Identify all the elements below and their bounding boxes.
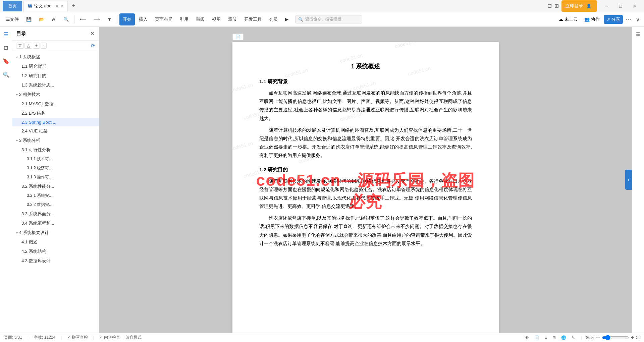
toc-item-8[interactable]: 2.4 VUE 框架 [12, 126, 99, 136]
layout-grid-icon[interactable]: ⊞ [554, 3, 559, 9]
ribbon-view[interactable]: 视图 [209, 13, 224, 25]
status-sep2: | [61, 335, 62, 340]
ribbon-chapter[interactable]: 章节 [225, 13, 240, 25]
toc-item-6[interactable]: 2.2 B/S 结构 [12, 109, 99, 118]
more-button[interactable]: ⋯ [624, 16, 633, 23]
toc-item-2[interactable]: 1.2 研究目的 [12, 71, 99, 80]
toc-item-7[interactable]: 2.3 Spring Boot ... [12, 118, 99, 126]
toc-item-0[interactable]: ▾1 系统概述 [12, 52, 99, 62]
tab-home[interactable]: 首页 [3, 1, 22, 11]
float-right-panel-button[interactable]: › [625, 170, 632, 190]
doc-area[interactable]: 📄 code51.cn code51.cn code51.cn code51.c… [99, 27, 632, 333]
toc-item-11[interactable]: 3.1.1 技术可... [12, 155, 99, 164]
toc-item-16[interactable]: 3.2.2 数据完... [12, 200, 99, 209]
toc-remove-level-button[interactable]: - [41, 43, 47, 49]
ribbon-undo[interactable]: ⟵ [76, 13, 90, 25]
sidebar-bookmark-icon[interactable]: 🔖 [1, 56, 11, 66]
sidebar-nav-icon[interactable]: ⊞ [1, 43, 11, 52]
tab-doc[interactable]: W 论文.doc ✕ ⧉ [23, 1, 68, 11]
toc-item-label-2: 1.2 研究目的 [21, 73, 46, 79]
ribbon-file[interactable]: ☰ 文件 [3, 13, 22, 25]
compat-mode[interactable]: 兼容模式 [125, 335, 142, 340]
restore-icon[interactable]: ⧉ [61, 4, 63, 8]
ribbon-review[interactable]: 审阅 [193, 13, 208, 25]
ribbon-view-label: 视图 [212, 16, 221, 22]
doc-icon-button[interactable]: 📄 [232, 34, 244, 40]
toc-item-1[interactable]: 1.1 研究背景 [12, 62, 99, 71]
toc-collapse-all-button[interactable]: ▽ [16, 43, 24, 49]
view-web-icon[interactable]: 🌐 [559, 335, 568, 341]
tab-add-button[interactable]: + [69, 1, 78, 11]
fullscreen-button[interactable]: ⛶ [636, 335, 640, 340]
ribbon-print[interactable]: 🖨 [48, 13, 59, 25]
open-icon: 📂 [39, 17, 44, 22]
cloud-button[interactable]: ☁ 未上云 [556, 15, 580, 24]
ribbon-member-more[interactable]: ▶ [282, 13, 292, 25]
ribbon-separator2 [117, 15, 117, 23]
ribbon-search-box[interactable]: 🔍 查找命令、搜索模板 [295, 15, 362, 23]
ribbon-redo[interactable]: ⟶ [90, 13, 103, 25]
toc-item-20[interactable]: 4.1 概述 [12, 237, 99, 247]
toc-item-4[interactable]: ▾2 相关技术 [12, 90, 99, 99]
toc-item-22[interactable]: 4.3 数据库设计 [12, 256, 99, 266]
word-count: 字数: 11224 [34, 335, 55, 340]
toc-item-label-8: 2.4 VUE 框架 [21, 128, 48, 134]
toc-item-12[interactable]: 3.1.2 经济可... [12, 164, 99, 173]
content-check[interactable]: ✓ 内容检查 [100, 335, 120, 340]
toc-item-13[interactable]: 3.1.3 操作可... [12, 173, 99, 182]
share-button[interactable]: ↗ 分享 [604, 15, 623, 24]
zoom-slider[interactable] [602, 335, 629, 340]
zoom-in-button[interactable]: + [631, 335, 634, 341]
ribbon-member[interactable]: 会员 [266, 13, 281, 25]
toc-item-3[interactable]: 1.3 系统设计思... [12, 80, 99, 90]
toc-add-level-button[interactable]: + [33, 43, 40, 49]
ribbon-reference[interactable]: 引用 [176, 13, 192, 25]
collab-button[interactable]: 👥 协作 [582, 15, 602, 24]
view-read-icon[interactable]: 👁 [523, 335, 531, 341]
zoom-out-button[interactable]: ─ [596, 335, 600, 341]
toc-item-15[interactable]: 3.2.1 系统安... [12, 191, 99, 200]
tab-close-icon[interactable]: ✕ [55, 4, 59, 8]
ribbon-open[interactable]: 📂 [36, 13, 48, 25]
spell-check[interactable]: ✓ 拼写查检 [67, 335, 88, 340]
ribbon-preview[interactable]: 🔍 [60, 13, 72, 25]
toc-expand-all-button[interactable]: △ [24, 43, 32, 49]
toc-item-10[interactable]: 3.1 可行性分析 [12, 145, 99, 155]
view-doc-icon[interactable]: 📄 [532, 335, 541, 341]
right-panel-filter-icon[interactable]: ☰ [634, 30, 643, 39]
add-icon: + [72, 2, 76, 9]
login-button[interactable]: 立即登录 👤 [561, 0, 597, 12]
sidebar-search-icon[interactable]: 🔍 [1, 70, 11, 79]
ribbon-developer[interactable]: 开发工具 [241, 13, 265, 25]
toc-item-5[interactable]: 2.1 MYSQL 数据... [12, 99, 99, 109]
toc-item-19[interactable]: ▾4 系统概要设计 [12, 228, 99, 237]
view-edit-icon[interactable]: ✎ [570, 335, 577, 341]
toc-item-label-11: 3.1.1 技术可... [27, 156, 52, 162]
minimize-button[interactable]: ─ [600, 1, 613, 11]
layout-split-icon[interactable]: ⊟ [547, 3, 552, 9]
doc-file-icon: 📄 [235, 35, 240, 39]
toc-item-label-10: 3.1 可行性分析 [21, 147, 51, 153]
expand-ribbon-button[interactable]: ∨ [634, 16, 641, 23]
ribbon-page-layout[interactable]: 页面布局 [152, 13, 176, 25]
view-cols-icon[interactable]: ⊞ [550, 335, 558, 341]
toc-item-21[interactable]: 4.2 系统结构 [12, 247, 99, 256]
sidebar-toc-icon[interactable]: ☰ [1, 30, 11, 39]
ribbon-more-hist[interactable]: ▼ [104, 13, 115, 25]
toc-close-button[interactable]: ✕ [90, 30, 95, 37]
ribbon-save[interactable]: 💾 [23, 13, 35, 25]
ribbon-review-label: 审阅 [196, 16, 205, 22]
toc-item-label-18: 3.4 系统流程和... [21, 220, 54, 226]
ribbon-insert[interactable]: 插入 [136, 13, 151, 25]
sidebar-icons: ☰ ⊞ 🔖 🔍 [0, 27, 12, 333]
toc-item-17[interactable]: 3.3 系统界面分... [12, 209, 99, 219]
toc-item-14[interactable]: 3.2 系统性能分... [12, 182, 99, 191]
toc-item-9[interactable]: ▾3 系统分析 [12, 136, 99, 145]
ribbon-start[interactable]: 开始 [119, 13, 135, 25]
toc-sync-button[interactable]: ⟳ [91, 43, 95, 48]
para-1-2-2: 洗衣店还依然店下接单,以及其他业务操作,已经很落伍了,这样会导致了效率低下。而且… [259, 214, 472, 248]
view-list-icon[interactable]: ≡ [543, 335, 549, 341]
maximize-button[interactable]: □ [614, 1, 627, 11]
close-button[interactable]: ✕ [628, 1, 641, 11]
toc-item-18[interactable]: 3.4 系统流程和... [12, 219, 99, 228]
